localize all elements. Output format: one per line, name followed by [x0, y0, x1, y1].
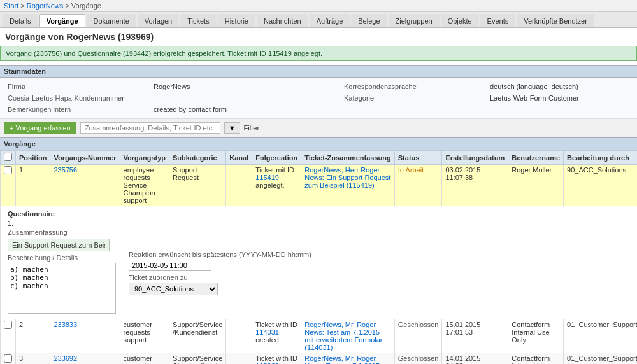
cell-folge: Ticket mit ID 115419 angelegt. [252, 165, 301, 206]
tab-verknupfte-benutzer[interactable]: Verknüpfte Benutzer [517, 14, 594, 27]
table-row: 3 233692 customer requests support Suppo… [1, 353, 638, 365]
zusammenfassung-link[interactable]: RogerNews, Herr Roger News: Ein Support … [304, 166, 390, 189]
cell-subkategorie: Support Request [169, 165, 226, 206]
ticket-link[interactable]: 115419 [255, 174, 279, 181]
tab-nachrichten[interactable]: Nachrichten [257, 14, 308, 27]
firma-value: RogerNews [151, 81, 296, 92]
cell-datum: 14.01.201524:22 [442, 353, 508, 365]
cell-typ: customer requests support [120, 319, 169, 353]
filter-dropdown-button[interactable]: ▼ [224, 122, 240, 134]
cell-position: 3 [16, 353, 50, 365]
questionnaire-label: Questionnaire [8, 210, 116, 218]
cell-status: In Arbeit [394, 165, 442, 206]
q-reaktion-input[interactable] [129, 260, 211, 271]
bemerkungen-label: Bemerkungen intern [5, 104, 150, 115]
cell-folge: Ticket with ID 113963 created. [252, 353, 301, 365]
breadcrumb-current: Vorgänge [71, 2, 101, 10]
col-bearbeitung: Bearbeitung durch [564, 151, 637, 165]
zusammenfassung-link[interactable]: RogerNews, Mr. Roger News: Test am 7.1.2… [304, 354, 384, 364]
tab-details[interactable]: Details [3, 14, 38, 27]
vorgang-toolbar: Vorgang erfassen ▼ Filter [0, 119, 637, 137]
table-row: 1 235756 employee requests Service Champ… [1, 165, 638, 206]
coesia-label: Coesia-Laetus-Hapa-Kundennummer [5, 93, 150, 103]
col-nummer: Vorgangs-Nummer [50, 151, 120, 165]
coesia-value [151, 93, 296, 103]
stammdaten-section: Firma RogerNews Korrespondenzsprache deu… [0, 78, 637, 119]
tab-dokumente[interactable]: Dokumente [87, 14, 136, 27]
firma-label: Firma [5, 81, 150, 92]
questionnaire-inner: Questionnaire 1. Zusammenfassung Beschre… [4, 207, 637, 318]
cell-position: 2 [16, 319, 50, 353]
ticket-link[interactable]: 114031 [255, 328, 279, 336]
cell-subkategorie: Support/Service /Kundendienst [169, 353, 226, 365]
cell-benutzer: Contactform Internal Use Only [508, 319, 564, 353]
tab-tickets[interactable]: Tickets [180, 14, 216, 27]
cell-nummer: 233692 [50, 353, 120, 365]
questionnaire-row: Questionnaire 1. Zusammenfassung Beschre… [1, 206, 638, 319]
vorgange-table: Position Vorgangs-Nummer Vorgangstyp Sub… [0, 150, 637, 364]
q-ticket-select[interactable]: 90_ACC_Solutions [129, 283, 218, 295]
questionnaire-cell: Questionnaire 1. Zusammenfassung Beschre… [1, 206, 638, 319]
cell-kanal [226, 319, 252, 353]
cell-benutzer: Contactform Internal Use Only [508, 353, 564, 365]
cell-typ: employee requests Service Champion suppo… [120, 165, 169, 206]
cell-checkbox [1, 353, 16, 365]
cell-checkbox [1, 165, 16, 206]
cell-kanal [226, 353, 252, 365]
kategorie-value: Laetus-Web-Form-Customer [487, 93, 632, 103]
success-message: Vorgang (235756) und Questionnaire (1934… [0, 46, 637, 61]
vorgang-link[interactable]: 233833 [54, 321, 77, 328]
tab-vorgange[interactable]: Vorgänge [39, 14, 85, 27]
q-beschreibung-textarea[interactable]: a) machen b) machen c) machen [8, 263, 116, 314]
vorgang-link[interactable]: 235756 [54, 166, 77, 174]
cell-bearbeitung: 90_ACC_Solutions [564, 165, 637, 206]
breadcrumb: Start > RogerNews > Vorgänge [0, 0, 637, 12]
col-benutzer: Benutzername [508, 151, 564, 165]
tab-vorlagen[interactable]: Vorlagen [138, 14, 179, 27]
q-zusammenfassung-input[interactable] [8, 239, 110, 251]
cell-datum: 03.02.201511:07:38 [442, 165, 508, 206]
bemerkungen-value: created by contact form [151, 104, 296, 115]
tab-belege[interactable]: Belege [351, 14, 387, 27]
stammdaten-header: Stammdaten [0, 65, 637, 78]
row-checkbox[interactable] [4, 354, 12, 363]
cell-bearbeitung: 01_Customer_Support [564, 353, 637, 365]
tab-bar: Details Vorgänge Dokumente Vorlagen Tick… [0, 12, 637, 28]
col-status: Status [394, 151, 442, 165]
tab-events[interactable]: Events [480, 14, 516, 27]
tab-historie[interactable]: Historie [218, 14, 255, 27]
zusammenfassung-link[interactable]: RogerNews, Mr. Roger News: Test am 7.1.2… [304, 321, 384, 351]
cell-checkbox [1, 319, 16, 353]
kategorie-label: Kategorie [341, 93, 486, 103]
cell-status: Geschlossen [394, 319, 442, 353]
filter-label: Filter [244, 124, 259, 132]
korrespondenzsprache-value: deutsch (language_deutsch) [487, 81, 632, 92]
col-datum: Erstellungsdatum [442, 151, 508, 165]
tab-auftrage[interactable]: Aufträge [310, 14, 350, 27]
tab-objekte[interactable]: Objekte [441, 14, 479, 27]
vorgang-link[interactable]: 233692 [54, 354, 77, 362]
page-title: Vorgänge von RogerNews (193969) [0, 28, 637, 46]
cell-benutzer: Roger Müller [508, 165, 564, 206]
cell-nummer: 233833 [50, 319, 120, 353]
select-all-checkbox[interactable] [4, 153, 12, 161]
breadcrumb-rogernews[interactable]: RogerNews [27, 2, 63, 10]
row-checkbox[interactable] [4, 321, 12, 329]
table-row: 2 233833 customer requests support Suppo… [1, 319, 638, 353]
cell-datum: 15.01.201517:01:53 [442, 319, 508, 353]
search-input[interactable] [80, 122, 220, 134]
col-position: Position [16, 151, 50, 165]
cell-zusammenfassung: RogerNews, Mr. Roger News: Test am 7.1.2… [301, 353, 395, 365]
vorgang-erfassen-button[interactable]: Vorgang erfassen [4, 122, 76, 134]
q-zusammenfassung-label: Zusammenfassung [8, 228, 116, 236]
cell-zusammenfassung: RogerNews, Herr Roger News: Ein Support … [301, 165, 395, 206]
tab-zielgruppen[interactable]: Zielgruppen [389, 14, 440, 27]
vorgange-section-header: Vorgänge [0, 137, 637, 150]
korrespondenzsprache-label: Korrespondenzsprache [341, 81, 486, 92]
row-checkbox[interactable] [4, 166, 12, 174]
breadcrumb-start[interactable]: Start [4, 2, 18, 10]
cell-nummer: 235756 [50, 165, 120, 206]
stammdaten-table: Firma RogerNews Korrespondenzsprache deu… [4, 80, 633, 116]
cell-zusammenfassung: RogerNews, Mr. Roger News: Test am 7.1.2… [301, 319, 395, 353]
cell-bearbeitung: 01_Customer_Support [564, 319, 637, 353]
